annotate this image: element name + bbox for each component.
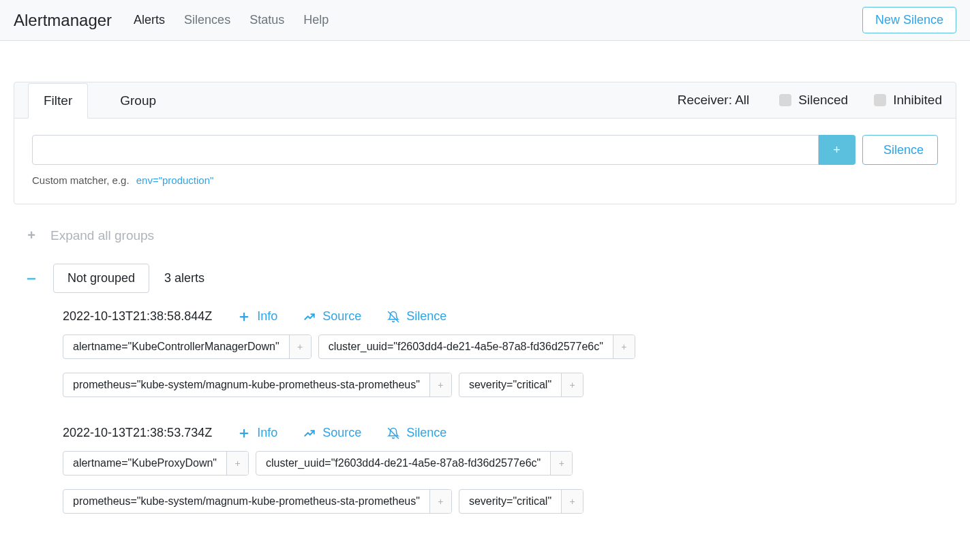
tab-group[interactable]: Group bbox=[104, 83, 172, 119]
add-label-filter-icon[interactable]: + bbox=[561, 490, 583, 513]
label-text: severity="critical" bbox=[459, 490, 561, 513]
label-row: alertname="KubeProxyDown"+cluster_uuid="… bbox=[63, 451, 956, 520]
silenced-toggle[interactable]: Silenced bbox=[779, 93, 848, 108]
plus-icon: + bbox=[25, 228, 38, 243]
receiver-label[interactable]: Receiver: All bbox=[678, 93, 750, 108]
alert-block: 2022-10-13T21:38:58.844ZInfoSourceSilenc… bbox=[63, 309, 956, 404]
add-label-filter-icon[interactable]: + bbox=[550, 452, 572, 475]
bell-off-icon bbox=[387, 427, 399, 439]
action-label: Source bbox=[322, 426, 361, 440]
add-label-filter-icon[interactable]: + bbox=[429, 490, 451, 513]
nav-help[interactable]: Help bbox=[303, 13, 329, 27]
add-label-filter-icon[interactable]: + bbox=[289, 335, 311, 358]
label-pill[interactable]: alertname="KubeProxyDown"+ bbox=[63, 451, 249, 476]
action-label: Silence bbox=[406, 426, 446, 440]
filter-input[interactable] bbox=[32, 135, 819, 165]
group-name-button[interactable]: Not grouped bbox=[53, 264, 149, 293]
brand: Alertmanager bbox=[14, 11, 112, 30]
silence-button[interactable]: Silence bbox=[862, 135, 938, 165]
source-button[interactable]: Source bbox=[303, 426, 361, 440]
action-label: Silence bbox=[406, 309, 446, 324]
minus-icon[interactable]: − bbox=[25, 270, 38, 287]
nav-silences[interactable]: Silences bbox=[184, 13, 230, 27]
plus-icon bbox=[238, 427, 250, 439]
checkbox-icon[interactable] bbox=[779, 94, 791, 106]
navbar: Alertmanager Alerts Silences Status Help… bbox=[0, 0, 970, 41]
add-label-filter-icon[interactable]: + bbox=[226, 452, 248, 475]
silence-button-label: Silence bbox=[883, 143, 924, 157]
label-text: prometheus="kube-system/magnum-kube-prom… bbox=[63, 490, 429, 513]
matcher-example-link[interactable]: env="production" bbox=[136, 174, 214, 186]
action-label: Source bbox=[322, 309, 361, 324]
alert-timestamp: 2022-10-13T21:38:53.734Z bbox=[63, 426, 212, 440]
card-body: + Silence Custom matcher, e.g. env="prod… bbox=[14, 118, 956, 204]
label-text: cluster_uuid="f2603dd4-de21-4a5e-87a8-fd… bbox=[256, 452, 550, 475]
card-header: Filter Group Receiver: All Silenced Inhi… bbox=[14, 82, 956, 118]
action-label: Info bbox=[257, 426, 277, 440]
inhibited-toggle[interactable]: Inhibited bbox=[874, 93, 942, 108]
label-pill[interactable]: severity="critical"+ bbox=[459, 489, 583, 514]
source-button[interactable]: Source bbox=[303, 309, 361, 324]
chart-icon bbox=[303, 427, 316, 439]
label-pill[interactable]: alertname="KubeControllerManagerDown"+ bbox=[63, 335, 312, 359]
add-label-filter-icon[interactable]: + bbox=[561, 373, 583, 396]
label-pill[interactable]: prometheus="kube-system/magnum-kube-prom… bbox=[63, 489, 452, 514]
label-text: alertname="KubeProxyDown" bbox=[63, 452, 226, 475]
add-matcher-button[interactable]: + bbox=[819, 135, 855, 165]
alert-block: 2022-10-13T21:38:53.734ZInfoSourceSilenc… bbox=[63, 426, 956, 520]
chart-icon bbox=[303, 311, 316, 323]
label-text: cluster_uuid="f2603dd4-de21-4a5e-87a8-fd… bbox=[319, 335, 613, 358]
filter-card: Filter Group Receiver: All Silenced Inhi… bbox=[14, 82, 956, 204]
label-pill[interactable]: severity="critical"+ bbox=[459, 373, 583, 397]
alert-timestamp: 2022-10-13T21:38:58.844Z bbox=[63, 309, 212, 324]
label-row: alertname="KubeControllerManagerDown"+cl… bbox=[63, 335, 956, 404]
alert-header: 2022-10-13T21:38:58.844ZInfoSourceSilenc… bbox=[63, 309, 956, 324]
label-text: severity="critical" bbox=[459, 373, 561, 396]
silence-button[interactable]: Silence bbox=[387, 309, 446, 324]
matcher-hint: Custom matcher, e.g. env="production" bbox=[32, 174, 938, 186]
content: Filter Group Receiver: All Silenced Inhi… bbox=[0, 41, 970, 556]
add-label-filter-icon[interactable]: + bbox=[613, 335, 635, 358]
label-text: alertname="KubeControllerManagerDown" bbox=[63, 335, 289, 358]
expand-all-button[interactable]: + Expand all groups bbox=[25, 228, 956, 243]
nav-status[interactable]: Status bbox=[249, 13, 284, 27]
group-count: 3 alerts bbox=[164, 271, 204, 285]
info-button[interactable]: Info bbox=[238, 309, 277, 324]
group-header: − Not grouped 3 alerts bbox=[25, 264, 956, 293]
expand-all-label: Expand all groups bbox=[50, 228, 154, 243]
add-label-filter-icon[interactable]: + bbox=[429, 373, 451, 396]
plus-icon bbox=[238, 311, 250, 323]
inhibited-label: Inhibited bbox=[893, 93, 942, 108]
new-silence-button[interactable]: New Silence bbox=[862, 7, 956, 33]
groups-area: + Expand all groups − Not grouped 3 aler… bbox=[14, 228, 956, 520]
label-text: prometheus="kube-system/magnum-kube-prom… bbox=[63, 373, 429, 396]
bell-off-icon bbox=[387, 311, 399, 323]
label-pill[interactable]: cluster_uuid="f2603dd4-de21-4a5e-87a8-fd… bbox=[256, 451, 573, 476]
alert-header: 2022-10-13T21:38:53.734ZInfoSourceSilenc… bbox=[63, 426, 956, 440]
action-label: Info bbox=[257, 309, 277, 324]
info-button[interactable]: Info bbox=[238, 426, 277, 440]
silenced-label: Silenced bbox=[798, 93, 848, 108]
nav-alerts[interactable]: Alerts bbox=[134, 13, 165, 27]
checkbox-icon[interactable] bbox=[874, 94, 886, 106]
tab-filter[interactable]: Filter bbox=[28, 83, 88, 119]
label-pill[interactable]: cluster_uuid="f2603dd4-de21-4a5e-87a8-fd… bbox=[318, 335, 635, 359]
label-pill[interactable]: prometheus="kube-system/magnum-kube-prom… bbox=[63, 373, 452, 397]
silence-button[interactable]: Silence bbox=[387, 426, 446, 440]
